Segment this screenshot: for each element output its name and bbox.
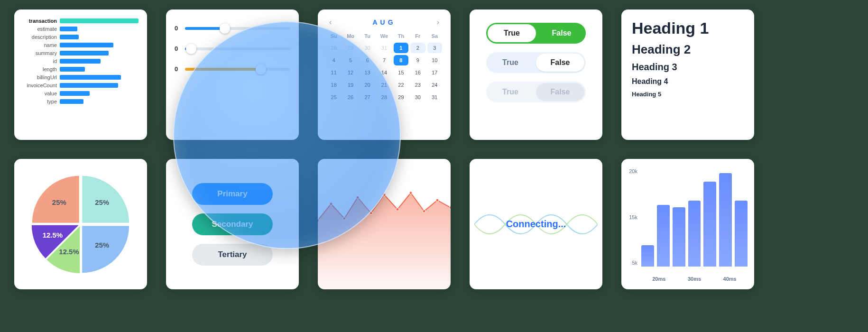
pie-label: 12.5% xyxy=(43,231,63,239)
calendar-day[interactable]: 8 xyxy=(394,55,408,65)
toggle-option[interactable]: True xyxy=(486,82,535,102)
calendar-day[interactable]: 1 xyxy=(394,43,408,53)
hbar-chart-card: transactionestimatedescriptionnamesummar… xyxy=(14,9,147,140)
calendar-dow: Fr xyxy=(410,31,425,41)
slider-track[interactable] xyxy=(185,27,290,30)
calendar-day[interactable]: 7 xyxy=(377,55,391,65)
hbar-fill xyxy=(60,91,90,96)
slider[interactable]: 0 xyxy=(175,25,290,32)
calendar-day[interactable]: 29 xyxy=(343,43,358,53)
calendar-day[interactable]: 4 xyxy=(326,55,341,65)
calendar-day[interactable]: 31 xyxy=(377,43,391,53)
primary-button[interactable]: Primary xyxy=(192,183,273,205)
calendar-dow: Tu xyxy=(360,31,375,41)
pie-chart-card: 25%25%12.5%12.5%25% xyxy=(14,159,147,289)
calendar-day[interactable]: 15 xyxy=(394,67,408,78)
pie-slice xyxy=(82,226,129,273)
calendar-day[interactable]: 25 xyxy=(326,92,341,102)
calendar-day[interactable]: 3 xyxy=(427,43,442,53)
calendar-day[interactable]: 20 xyxy=(360,80,375,90)
hbar-fill xyxy=(60,27,77,31)
bar xyxy=(719,173,732,267)
hbar-label: length xyxy=(23,66,60,72)
heading-3: Heading 3 xyxy=(632,62,744,73)
sliders-card: 000 xyxy=(166,9,299,140)
bar xyxy=(703,182,716,267)
calendar-day[interactable]: 30 xyxy=(360,43,375,53)
secondary-button[interactable]: Secondary xyxy=(192,213,273,235)
calendar-day[interactable]: 26 xyxy=(343,92,358,102)
calendar-day[interactable]: 21 xyxy=(377,80,391,90)
svg-point-8 xyxy=(423,210,425,212)
bar xyxy=(673,207,685,267)
slider[interactable]: 0 xyxy=(175,45,290,52)
toggle-option[interactable]: True xyxy=(488,24,536,42)
calendar-day[interactable]: 12 xyxy=(343,67,358,78)
hbar-row: id xyxy=(23,58,139,64)
slider-thumb[interactable] xyxy=(256,64,266,74)
hbar-row: billingUrl xyxy=(23,74,139,80)
hbar-label: description xyxy=(23,34,60,40)
slider-thumb[interactable] xyxy=(220,23,230,34)
hbar-row: estimate xyxy=(23,26,139,32)
pie-chart: 25%25%12.5%12.5%25% xyxy=(26,170,135,279)
bar-xtick: 20ms xyxy=(652,276,665,282)
calendar-day[interactable]: 23 xyxy=(410,80,425,90)
toggle-option[interactable]: False xyxy=(536,83,584,101)
calendar-dow: Su xyxy=(326,31,341,41)
calendar-day[interactable]: 22 xyxy=(394,80,408,90)
calendar-day[interactable]: 5 xyxy=(343,55,358,65)
hbar-label: summary xyxy=(23,50,60,56)
calendar-day[interactable]: 27 xyxy=(360,92,375,102)
calendar-day[interactable]: 28 xyxy=(326,43,341,53)
hbar-row: type xyxy=(23,99,139,104)
calendar-day[interactable]: 28 xyxy=(377,92,391,102)
toggle-option[interactable]: False xyxy=(537,23,586,44)
slider-min-label: 0 xyxy=(175,65,179,73)
heading-1: Heading 1 xyxy=(632,19,744,37)
calendar-day[interactable]: 10 xyxy=(427,55,442,65)
hbar-label: transaction xyxy=(23,18,60,24)
calendar-day[interactable]: 29 xyxy=(394,92,408,102)
calendar-day[interactable]: 14 xyxy=(377,67,391,78)
slider-track[interactable] xyxy=(185,68,290,71)
calendar-day[interactable]: 31 xyxy=(427,92,442,102)
svg-point-7 xyxy=(409,192,412,194)
bar xyxy=(688,201,701,267)
hbar-label: id xyxy=(23,58,60,64)
slider-thumb[interactable] xyxy=(186,44,196,54)
calendar-day[interactable]: 24 xyxy=(427,80,442,90)
bar-chart-card: 20k15k5k 20ms30ms40ms xyxy=(621,159,754,289)
hbar-fill xyxy=(60,18,139,23)
toggle[interactable]: TrueFalse xyxy=(486,82,586,102)
calendar-day[interactable]: 9 xyxy=(410,55,425,65)
slider[interactable]: 0 xyxy=(175,65,290,73)
calendar-day[interactable]: 11 xyxy=(326,67,341,78)
hbar-label: name xyxy=(23,42,60,48)
calendar-day[interactable]: 13 xyxy=(360,67,375,78)
calendar-card: ‹ AUG › SuMoTuWeThFrSa282930311234567891… xyxy=(318,9,451,140)
toggle[interactable]: TrueFalse xyxy=(486,52,586,73)
area-chart-card xyxy=(318,159,451,289)
calendar-day[interactable]: 2 xyxy=(410,43,425,53)
calendar-day[interactable]: 6 xyxy=(360,55,375,65)
calendar-day[interactable]: 19 xyxy=(343,80,358,90)
calendar-day[interactable]: 16 xyxy=(410,67,425,78)
hbar-label: billingUrl xyxy=(23,74,60,80)
toggle-option[interactable]: False xyxy=(536,54,584,72)
tertiary-button[interactable]: Tertiary xyxy=(192,244,273,266)
calendar-day[interactable]: 30 xyxy=(410,92,425,102)
hbar-fill xyxy=(60,43,113,47)
bar-ytick: 15k xyxy=(624,214,637,220)
calendar-day[interactable]: 17 xyxy=(427,67,442,78)
toggle[interactable]: TrueFalse xyxy=(486,23,586,44)
hbar-label: estimate xyxy=(23,26,60,32)
calendar-day[interactable]: 18 xyxy=(326,80,341,90)
toggles-card: TrueFalseTrueFalseTrueFalse xyxy=(470,9,602,140)
calendar-prev-icon[interactable]: ‹ xyxy=(329,18,332,27)
slider-track[interactable] xyxy=(185,47,290,50)
pie-label: 25% xyxy=(95,198,109,206)
toggle-option[interactable]: True xyxy=(486,52,535,73)
calendar-next-icon[interactable]: › xyxy=(437,18,439,27)
hbar-label: value xyxy=(23,91,60,96)
